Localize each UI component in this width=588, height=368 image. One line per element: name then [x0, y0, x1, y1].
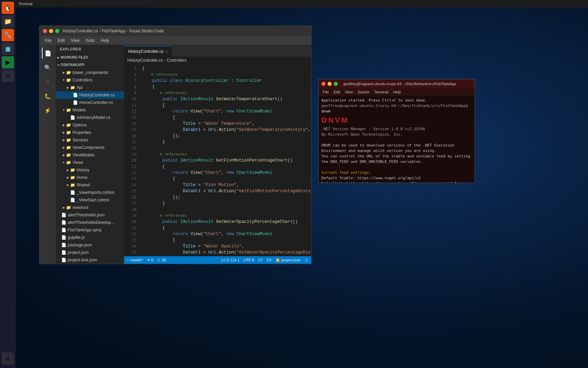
tree-services[interactable]: ▶ 📁 Services: [56, 136, 124, 144]
tree-alertthresholds[interactable]: 📄 alertThresholds.json: [56, 211, 124, 219]
menu-help[interactable]: Help: [98, 37, 112, 44]
taskbar-icon-4[interactable]: ◼: [2, 43, 14, 55]
extensions-icon[interactable]: ⚡: [42, 105, 53, 116]
terminal-close-button[interactable]: [321, 82, 325, 86]
minimize-button[interactable]: [49, 29, 53, 33]
tree-shared[interactable]: ▶ 📁 Shared: [56, 181, 124, 189]
tree-wwwroot[interactable]: ▶ 📁 wwwroot: [56, 204, 124, 211]
search-icon[interactable]: 🔍: [42, 62, 53, 73]
tab-close-icon[interactable]: ✕: [165, 50, 168, 53]
tree-projectlockjson[interactable]: 📄 project.lock.json: [56, 256, 124, 263]
taskbar-icon-2[interactable]: 📁: [2, 15, 14, 28]
terminal-titlebar: geoffrey@vagrant-ubuntu-trusty-64: ~/Dev…: [319, 79, 475, 88]
sidebar: EXPLORER ▶ WORKING FILES ▼ FISHTANKAPP ▶…: [56, 45, 124, 264]
line-ending: LF: [258, 258, 263, 262]
tree-inthistorymodel[interactable]: 📄 IntHistoryModel.cs: [56, 114, 124, 121]
terminal-window-controls: [321, 82, 338, 86]
tree-options[interactable]: ▶ 📁 Options: [56, 121, 124, 129]
git-icon[interactable]: ⑂: [42, 76, 53, 88]
explorer-icon[interactable]: 📄: [42, 47, 53, 59]
code-line: {: [139, 102, 311, 108]
homecontroller-label: HomeController.cs: [79, 99, 124, 106]
code-line: 0 references: [139, 72, 311, 78]
taskbar-icon-3[interactable]: 🔧: [2, 29, 14, 41]
tree-historycontroller[interactable]: 📄 HistoryController.cs: [56, 91, 124, 99]
code-line: }: [139, 139, 311, 145]
term-menu-terminal[interactable]: Terminal: [372, 90, 391, 94]
code-line: {: [139, 65, 311, 72]
window-controls: [43, 29, 59, 33]
menu-edit[interactable]: Edit: [55, 37, 67, 44]
code-content[interactable]: { 0 references public class HistoryContr…: [139, 64, 311, 256]
properties-label: Properties: [73, 129, 124, 136]
close-button[interactable]: [43, 29, 47, 33]
fishtankapp-label: FISHTANKAPP: [61, 62, 124, 68]
code-line: });: [139, 133, 311, 139]
working-files-section[interactable]: ▶ WORKING FILES: [56, 54, 124, 61]
code-line: {: [139, 84, 311, 90]
term-menu-search[interactable]: Search: [355, 90, 371, 94]
tree-properties[interactable]: ▶ 📁 Properties: [56, 129, 124, 136]
editor-pane: HistoryController.cs ✕ HistoryController…: [124, 45, 311, 264]
menu-file[interactable]: File: [42, 37, 54, 44]
code-line: public IActionResult GetFishMotionPercen…: [139, 157, 311, 164]
term-menu-file[interactable]: File: [321, 90, 331, 94]
code-line: {: [139, 114, 311, 121]
tab-historycontroller[interactable]: HistoryController.cs ✕: [124, 46, 172, 57]
code-line: public class HistoryController : Control…: [139, 78, 311, 84]
term-menu-view[interactable]: View: [343, 90, 355, 94]
term-menu-edit[interactable]: Edit: [332, 90, 342, 94]
tree-viewstart[interactable]: 📄 _ViewStart.cshtml: [56, 196, 124, 204]
services-label: Services: [73, 137, 124, 143]
terminal-minimize-button[interactable]: [328, 82, 332, 86]
tree-projectjson[interactable]: 📄 project.json: [56, 249, 124, 256]
tree-history[interactable]: ▶ 📁 History: [56, 166, 124, 174]
tree-controllers[interactable]: ▼ 📁 Controllers: [56, 76, 124, 84]
menu-view[interactable]: View: [68, 37, 82, 44]
code-line: });: [139, 256, 311, 256]
os-title-bar: Terminal: [16, 0, 588, 7]
term-menu-help[interactable]: Help: [391, 90, 403, 94]
alertthresholdsdevelop-label: alertThresholdsDevelop...: [68, 219, 124, 226]
tree-home[interactable]: ▶ 📁 Home: [56, 174, 124, 181]
tree-homecontroller[interactable]: 📄 HomeController.cs: [56, 99, 124, 106]
error-count: ✕ 0: [147, 258, 153, 262]
maximize-button[interactable]: [55, 29, 59, 33]
debug-icon[interactable]: 🐛: [42, 90, 53, 102]
terminal-title: geoffrey@vagrant-ubuntu-trusty-64: ~/Dev…: [343, 82, 456, 86]
fishtankapp-arrow: ▼: [56, 62, 61, 68]
tree-models[interactable]: ▼ 📁 Models: [56, 106, 124, 114]
line-numbers: 5 6 7 8 9 10 11 12 13 14 15 16 17 18 19 …: [124, 64, 139, 256]
menu-goto[interactable]: Goto: [83, 37, 97, 44]
tab-bar: HistoryController.cs ✕: [124, 45, 311, 57]
viewcomponents-label: ViewComponents: [73, 144, 124, 151]
code-line: Title = "Water Opacity",: [139, 243, 311, 249]
taskbar-icon-1[interactable]: 🐧: [2, 2, 14, 14]
terminal-body[interactable]: Application started. Press Ctrl+C to shu…: [319, 96, 475, 183]
tree-viewcomponents[interactable]: ▶ 📁 ViewComponents: [56, 144, 124, 151]
os-title-text: Terminal: [18, 2, 33, 6]
options-label: Options: [73, 122, 124, 128]
code-line: [139, 206, 311, 213]
models-label: Models: [73, 107, 124, 113]
tree-viewmodels[interactable]: ▶ 📁 ViewModels: [56, 151, 124, 159]
tree-gulpfile[interactable]: 📄 gulpfile.js: [56, 234, 124, 241]
tree-fishtankappxproj[interactable]: 📄 FishTankApp.xproj: [56, 226, 124, 234]
tree-alertthresholdsdevelop[interactable]: 📄 alertThresholdsDevelop...: [56, 219, 124, 226]
code-line: return View("Chart", new ChartViewModel: [139, 231, 311, 237]
code-line: 0 references: [139, 90, 311, 96]
tree-api[interactable]: ▶ 📁 Api: [56, 84, 124, 91]
tree-views[interactable]: ▼ 📁 Views: [56, 159, 124, 166]
code-editor[interactable]: 5 6 7 8 9 10 11 12 13 14 15 16 17 18 19 …: [124, 64, 311, 256]
tree-bower[interactable]: ▶ 📁 bower_components: [56, 69, 124, 76]
taskbar-icon-5[interactable]: ▶: [2, 56, 14, 68]
taskbar-icon-6[interactable]: ⚙: [2, 70, 14, 82]
tree-packagejson[interactable]: 📄 package.json: [56, 241, 124, 249]
taskbar-icon-terminal[interactable]: 🖥: [2, 352, 14, 365]
history-label: History: [77, 167, 124, 173]
terminal-maximize-button[interactable]: [334, 82, 338, 86]
tree-viewimports[interactable]: 📄 _ViewImports.cshtml: [56, 189, 124, 196]
fishtankapp-section[interactable]: ▼ FISHTANKAPP: [56, 61, 124, 69]
term-line-2: geoffrey@vagrant-ubuntu-trusty-64:~/Dev/…: [321, 103, 472, 114]
status-right: Ln 3, Col 1 UTF-8 LF C# 🔔 project.json ☺: [221, 258, 308, 262]
